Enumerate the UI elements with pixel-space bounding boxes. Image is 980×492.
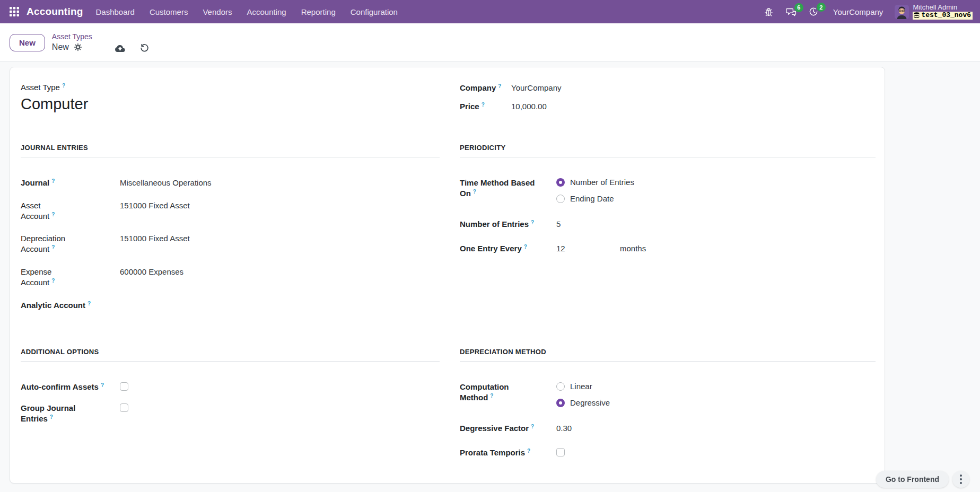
more-options-button[interactable] <box>952 471 969 488</box>
radio-selected-icon[interactable] <box>556 399 565 407</box>
depreciation-account-value[interactable]: 151000 Fixed Asset <box>120 233 190 244</box>
field-time-method: Time Method Based On? Number of Entries … <box>460 178 876 203</box>
breadcrumb-current: New <box>52 42 69 52</box>
asset-account-value[interactable]: 151000 Fixed Asset <box>120 200 190 211</box>
help-icon[interactable]: ? <box>51 278 55 284</box>
help-icon[interactable]: ? <box>498 83 501 89</box>
radio-selected-icon[interactable] <box>556 178 565 187</box>
journal-value[interactable]: Miscellaneous Operations <box>120 178 212 188</box>
new-button[interactable]: New <box>10 34 45 51</box>
field-prorata-temporis: Prorata Temporis? <box>460 447 876 458</box>
breadcrumb-asset-types[interactable]: Asset Types <box>52 32 92 42</box>
help-icon[interactable]: ? <box>51 212 55 217</box>
company-price-block: Company? YourCompany Price? 10,000.00 <box>460 83 876 144</box>
one-entry-every-input[interactable]: 12 <box>556 243 620 254</box>
group-journal-checkbox[interactable] <box>120 403 128 412</box>
help-icon[interactable]: ? <box>62 83 65 89</box>
database-badge: test_03_nov6 <box>913 12 973 20</box>
activities-badge: 2 <box>817 3 826 12</box>
menu-accounting[interactable]: Accounting <box>239 0 293 23</box>
radio-degressive[interactable]: Degressive <box>556 398 610 407</box>
avatar <box>895 5 909 19</box>
radio-ending-date-label: Ending Date <box>570 194 614 203</box>
field-asset-account: Asset Account? 151000 Fixed Asset <box>21 200 440 222</box>
field-group-journal: Group Journal Entries? <box>21 403 440 424</box>
radio-unselected-icon[interactable] <box>556 195 565 203</box>
help-icon[interactable]: ? <box>88 301 91 306</box>
depreciation-method-column: DEPRECIATION METHOD Computation Method? … <box>460 348 876 470</box>
save-cloud-icon[interactable] <box>115 43 126 52</box>
menu-configuration[interactable]: Configuration <box>343 0 405 23</box>
price-value[interactable]: 10,000.00 <box>511 101 547 112</box>
help-icon[interactable]: ? <box>101 382 104 388</box>
asset-type-label: Asset Type <box>21 83 60 92</box>
expense-account-value[interactable]: 600000 Expenses <box>120 267 183 277</box>
help-icon[interactable]: ? <box>490 393 493 399</box>
messages-icon[interactable]: 6 <box>781 4 801 20</box>
expense-account-label: Expense Account <box>21 267 51 287</box>
radio-unselected-icon[interactable] <box>556 382 565 391</box>
company-label: Company <box>460 83 496 92</box>
breadcrumb: Asset Types New <box>52 32 92 52</box>
prorata-temporis-label: Prorata Temporis <box>460 448 525 457</box>
radio-number-of-entries[interactable]: Number of Entries <box>556 178 634 187</box>
help-icon[interactable]: ? <box>524 244 527 250</box>
journal-label: Journal <box>21 178 49 187</box>
company-switcher[interactable]: YourCompany <box>826 7 891 16</box>
actions-gear-icon[interactable] <box>74 43 82 51</box>
time-method-label: Time Method Based On <box>460 178 535 198</box>
field-analytic-account: Analytic Account? <box>21 300 440 311</box>
help-icon[interactable]: ? <box>527 448 530 454</box>
help-icon[interactable]: ? <box>51 244 55 250</box>
number-of-entries-label: Number of Entries <box>460 219 529 229</box>
radio-linear[interactable]: Linear <box>556 382 610 391</box>
menu-customers[interactable]: Customers <box>142 0 196 23</box>
activities-icon[interactable]: 2 <box>803 3 824 20</box>
apps-menu-icon[interactable] <box>5 7 23 16</box>
one-entry-unit-select[interactable]: months <box>620 244 646 253</box>
radio-ending-date[interactable]: Ending Date <box>556 194 634 203</box>
discard-icon[interactable] <box>140 43 149 52</box>
asset-type-block: Asset Type? Computer <box>21 83 440 144</box>
radio-number-of-entries-label: Number of Entries <box>570 178 634 187</box>
field-number-of-entries: Number of Entries? 5 <box>460 219 876 230</box>
help-icon[interactable]: ? <box>482 102 485 108</box>
menu-dashboard[interactable]: Dashboard <box>89 0 142 23</box>
section-additional-options: ADDITIONAL OPTIONS <box>21 348 440 362</box>
user-name: Mitchell Admin <box>913 4 957 12</box>
degressive-factor-input[interactable]: 0.30 <box>556 423 620 434</box>
menu-vendors[interactable]: Vendors <box>195 0 239 23</box>
app-name[interactable]: Accounting <box>27 6 83 17</box>
database-name: test_03_nov6 <box>921 12 971 20</box>
help-icon[interactable]: ? <box>473 189 476 195</box>
form-sheet: Asset Type? Computer JOURNAL ENTRIES Jou… <box>10 67 885 484</box>
debug-bug-icon[interactable] <box>759 4 778 20</box>
number-of-entries-input[interactable]: 5 <box>556 219 620 230</box>
menu-reporting[interactable]: Reporting <box>294 0 343 23</box>
floating-actions: Go to Frontend <box>876 471 969 488</box>
messages-badge: 6 <box>794 3 803 12</box>
go-to-frontend-button[interactable]: Go to Frontend <box>876 471 949 488</box>
top-navbar: Accounting Dashboard Customers Vendors A… <box>0 0 980 23</box>
prorata-temporis-checkbox[interactable] <box>556 448 565 456</box>
field-company: Company? YourCompany <box>460 83 876 93</box>
field-auto-confirm: Auto-confirm Assets? <box>21 382 440 392</box>
company-value[interactable]: YourCompany <box>511 83 562 93</box>
section-depreciation-method: DEPRECIATION METHOD <box>460 348 876 362</box>
asset-account-label: Asset Account <box>21 201 49 221</box>
database-icon <box>914 12 920 19</box>
group-journal-label: Group Journal Entries <box>21 403 75 423</box>
help-icon[interactable]: ? <box>50 414 53 420</box>
asset-type-value[interactable]: Computer <box>21 95 440 113</box>
auto-confirm-checkbox[interactable] <box>120 382 128 391</box>
main-content: Asset Type? Computer JOURNAL ENTRIES Jou… <box>0 62 980 484</box>
user-menu[interactable]: Mitchell Admin test_03_nov6 <box>895 4 973 20</box>
one-entry-every-label: One Entry Every <box>460 244 522 253</box>
help-icon[interactable]: ? <box>531 219 534 225</box>
field-journal: Journal? Miscellaneous Operations <box>21 178 440 188</box>
section-periodicity: PERIODICITY <box>460 144 876 157</box>
field-degressive-factor: Degressive Factor? 0.30 <box>460 423 876 434</box>
help-icon[interactable]: ? <box>51 178 55 184</box>
field-expense-account: Expense Account? 600000 Expenses <box>21 267 440 288</box>
help-icon[interactable]: ? <box>531 424 534 429</box>
